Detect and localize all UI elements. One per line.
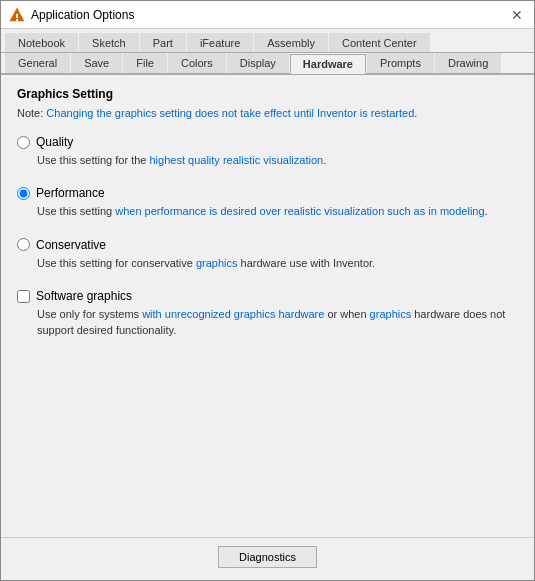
app-icon	[9, 7, 25, 23]
performance-desc-suffix: .	[485, 205, 488, 217]
performance-desc-prefix: Use this setting	[37, 205, 115, 217]
section-title: Graphics Setting	[17, 87, 518, 101]
performance-option-group: Performance Use this setting when perfor…	[17, 186, 518, 219]
tab-display[interactable]: Display	[227, 53, 289, 73]
sg-desc-link1: with unrecognized graphics hardware	[142, 308, 324, 320]
content-area: Graphics Setting Note: Changing the grap…	[1, 75, 534, 537]
footer: Diagnostics	[1, 537, 534, 580]
performance-desc: Use this setting when performance is des…	[37, 204, 518, 219]
conservative-radio[interactable]	[17, 238, 30, 251]
conservative-option-group: Conservative Use this setting for conser…	[17, 238, 518, 271]
conservative-desc-prefix: Use this setting for conservative	[37, 257, 196, 269]
sg-desc-link2: graphics	[370, 308, 412, 320]
title-bar-left: Application Options	[9, 7, 134, 23]
conservative-desc-suffix: hardware use with Inventor.	[238, 257, 376, 269]
svg-rect-1	[16, 14, 18, 18]
software-graphics-checkbox[interactable]	[17, 290, 30, 303]
quality-radio-row: Quality	[17, 135, 518, 149]
tab-hardware[interactable]: Hardware	[290, 54, 366, 74]
title-bar: Application Options ✕	[1, 1, 534, 29]
close-button[interactable]: ✕	[508, 6, 526, 24]
tab-notebook[interactable]: Notebook	[5, 33, 78, 52]
quality-label: Quality	[36, 135, 73, 149]
quality-radio[interactable]	[17, 136, 30, 149]
window-title: Application Options	[31, 8, 134, 22]
tab-ifeature[interactable]: iFeature	[187, 33, 253, 52]
note-link: Changing the graphics setting does not t…	[46, 107, 414, 119]
quality-desc: Use this setting for the highest quality…	[37, 153, 518, 168]
conservative-desc-link: graphics	[196, 257, 238, 269]
conservative-radio-row: Conservative	[17, 238, 518, 252]
tab-prompts[interactable]: Prompts	[367, 53, 434, 73]
tab-assembly[interactable]: Assembly	[254, 33, 328, 52]
application-options-window: Application Options ✕ Notebook Sketch Pa…	[0, 0, 535, 581]
performance-radio-row: Performance	[17, 186, 518, 200]
tab-colors[interactable]: Colors	[168, 53, 226, 73]
quality-desc-prefix: Use this setting for the	[37, 154, 150, 166]
note-suffix: .	[414, 107, 417, 119]
tab-save[interactable]: Save	[71, 53, 122, 73]
quality-option-group: Quality Use this setting for the highest…	[17, 135, 518, 168]
diagnostics-button[interactable]: Diagnostics	[218, 546, 317, 568]
tab-content-center[interactable]: Content Center	[329, 33, 430, 52]
performance-desc-link: when performance is desired over realist…	[115, 205, 484, 217]
note-text: Note: Changing the graphics setting does…	[17, 107, 518, 119]
performance-radio[interactable]	[17, 187, 30, 200]
tab-sketch[interactable]: Sketch	[79, 33, 139, 52]
conservative-label: Conservative	[36, 238, 106, 252]
performance-label: Performance	[36, 186, 105, 200]
note-prefix: Note:	[17, 107, 46, 119]
software-graphics-group: Software graphics Use only for systems w…	[17, 289, 518, 338]
software-graphics-label: Software graphics	[36, 289, 132, 303]
tab-part[interactable]: Part	[140, 33, 186, 52]
tab-file[interactable]: File	[123, 53, 167, 73]
svg-rect-2	[16, 19, 18, 21]
conservative-desc: Use this setting for conservative graphi…	[37, 256, 518, 271]
software-graphics-desc: Use only for systems with unrecognized g…	[37, 307, 518, 338]
tab-drawing[interactable]: Drawing	[435, 53, 501, 73]
sg-desc-mid: or when	[324, 308, 369, 320]
software-graphics-checkbox-row: Software graphics	[17, 289, 518, 303]
sg-desc-prefix: Use only for systems	[37, 308, 142, 320]
quality-desc-suffix: .	[323, 154, 326, 166]
tab-general[interactable]: General	[5, 53, 70, 73]
quality-desc-link: highest quality realistic visualization	[150, 154, 324, 166]
tabs-row2: General Save File Colors Display Hardwar…	[1, 53, 534, 75]
tabs-row1: Notebook Sketch Part iFeature Assembly C…	[1, 29, 534, 53]
